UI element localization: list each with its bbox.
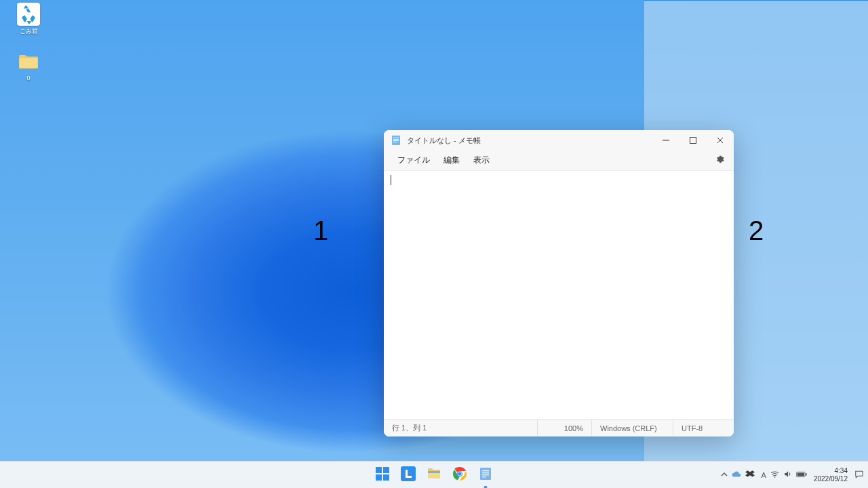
svg-rect-11 [401, 466, 416, 481]
svg-rect-3 [393, 140, 399, 141]
desktop[interactable]: 1 2 ごみ箱 0 タイトルなし - メモ帳 [0, 0, 868, 488]
chevron-up-icon [721, 471, 728, 479]
volume-icon[interactable] [783, 470, 792, 480]
taskbar[interactable]: A 4:34 2022/09/12 [0, 461, 868, 488]
svg-point-17 [458, 472, 461, 475]
onedrive-icon[interactable] [732, 470, 741, 481]
svg-rect-10 [383, 474, 389, 481]
minimize-button[interactable] [652, 130, 679, 150]
svg-rect-2 [393, 139, 399, 140]
wifi-icon[interactable] [770, 470, 779, 480]
snap-zone-left-label: 1 [313, 216, 328, 246]
tray-status[interactable]: A [762, 470, 807, 480]
notepad-app-icon [391, 135, 401, 146]
gear-icon [715, 157, 724, 166]
notification-center-button[interactable] [854, 470, 864, 480]
dropbox-icon[interactable] [745, 470, 755, 481]
desktop-icon-folder[interactable]: 0 [7, 50, 50, 81]
ime-icon[interactable]: A [762, 471, 766, 479]
start-button[interactable] [372, 464, 393, 486]
menu-file[interactable]: ファイル [391, 152, 437, 169]
svg-rect-18 [480, 468, 491, 480]
settings-button[interactable] [712, 155, 727, 166]
svg-rect-4 [393, 142, 397, 142]
notepad-statusbar: 行 1、列 1 100% Windows (CRLF) UTF-8 [384, 419, 734, 436]
svg-rect-6 [690, 138, 696, 144]
svg-rect-22 [482, 476, 486, 477]
menu-edit[interactable]: 編集 [437, 152, 467, 169]
recycle-bin-icon [17, 3, 40, 26]
notification-icon [854, 470, 864, 481]
taskbar-pinned [372, 462, 496, 489]
chrome-icon [452, 466, 467, 484]
menu-view[interactable]: 表示 [467, 152, 496, 169]
taskbar-time: 4:34 [814, 467, 848, 475]
svg-rect-1 [393, 138, 399, 138]
text-caret [391, 175, 391, 185]
taskbar-notepad[interactable] [475, 464, 496, 486]
svg-rect-25 [806, 473, 807, 475]
taskbar-app-l[interactable] [397, 464, 419, 486]
recycle-bin-label: ごみ箱 [20, 28, 38, 35]
battery-icon[interactable] [796, 471, 807, 479]
svg-rect-19 [482, 470, 489, 471]
taskbar-tray: A 4:34 2022/09/12 [721, 462, 864, 489]
status-cursor-position: 行 1、列 1 [384, 420, 537, 436]
status-line-ending: Windows (CRLF) [591, 420, 673, 436]
svg-rect-8 [383, 467, 389, 473]
svg-rect-5 [663, 140, 669, 141]
status-zoom: 100% [537, 420, 591, 436]
close-button[interactable] [707, 130, 734, 150]
notepad-title: タイトルなし - メモ帳 [407, 136, 481, 146]
notepad-icon [478, 466, 493, 484]
taskbar-date: 2022/09/12 [814, 475, 848, 483]
file-explorer-icon [427, 466, 441, 484]
taskbar-file-explorer[interactable] [423, 464, 445, 486]
svg-rect-7 [376, 467, 382, 473]
svg-point-23 [774, 476, 776, 478]
windows-logo-icon [375, 466, 390, 484]
tray-overflow[interactable] [721, 470, 755, 481]
taskbar-clock[interactable]: 4:34 2022/09/12 [814, 467, 848, 483]
notepad-titlebar[interactable]: タイトルなし - メモ帳 [384, 130, 734, 150]
svg-rect-21 [482, 474, 489, 475]
notepad-menubar: ファイル 編集 表示 [384, 150, 734, 171]
taskbar-chrome[interactable] [449, 464, 471, 486]
status-encoding: UTF-8 [673, 420, 734, 436]
svg-rect-26 [797, 472, 804, 476]
folder-label: 0 [26, 75, 30, 81]
desktop-icon-recycle-bin[interactable]: ごみ箱 [7, 3, 50, 36]
notepad-window[interactable]: タイトルなし - メモ帳 ファイル 編集 表示 [384, 130, 734, 436]
maximize-button[interactable] [679, 130, 707, 150]
svg-rect-9 [376, 474, 382, 481]
svg-rect-13 [428, 471, 440, 473]
notepad-text-area[interactable] [384, 171, 734, 419]
letter-l-icon [401, 466, 416, 484]
svg-rect-20 [482, 472, 489, 473]
folder-icon [17, 50, 40, 73]
snap-zone-right-label: 2 [749, 216, 764, 246]
